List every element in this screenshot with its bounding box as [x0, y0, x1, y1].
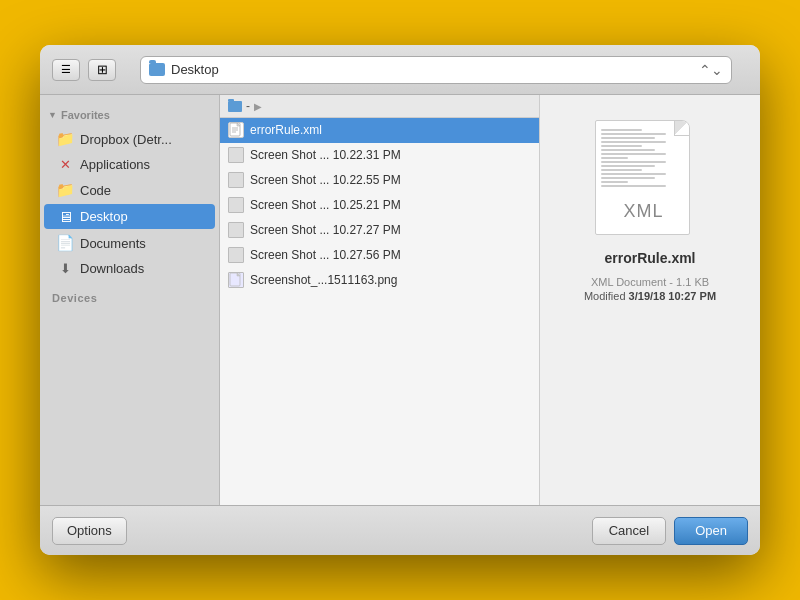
open-button[interactable]: Open [674, 517, 748, 545]
file-list-header: - ▶ [220, 95, 539, 118]
location-arrows[interactable]: ⌃⌄ [699, 62, 723, 78]
grid-view-button[interactable]: ⊞ [88, 59, 116, 81]
location-folder-icon [149, 63, 165, 76]
xml-line-2 [601, 133, 666, 135]
preview-type: XML Document - 1.1 KB [584, 276, 716, 288]
file-item-shot1[interactable]: Screen Shot ... 10.22.31 PM [220, 143, 539, 168]
downloads-icon: ⬇ [56, 261, 74, 276]
xml-file-icon [228, 122, 244, 138]
modified-value: 3/19/18 10:27 PM [629, 290, 716, 302]
xml-line-15 [601, 185, 666, 187]
file-item-shot5[interactable]: Screen Shot ... 10.27.56 PM [220, 243, 539, 268]
screenshot-icon-3 [228, 197, 244, 213]
xml-line-5 [601, 145, 642, 147]
xml-line-7 [601, 153, 666, 155]
file-item-shot1-name: Screen Shot ... 10.22.31 PM [250, 148, 401, 162]
header-folder-name: - [246, 99, 250, 113]
action-buttons: Cancel Open [592, 517, 748, 545]
devices-label: Devices [40, 288, 219, 306]
sidebar-item-desktop[interactable]: 🖥 Desktop [44, 204, 215, 229]
sidebar-item-applications[interactable]: ✕ Applications [44, 153, 215, 176]
xml-line-4 [601, 141, 666, 143]
xml-line-9 [601, 161, 666, 163]
file-item-shot5-name: Screen Shot ... 10.27.56 PM [250, 248, 401, 262]
png-file-icon [228, 272, 244, 288]
xml-doc-body: XML [595, 120, 690, 235]
xml-doc-fold [674, 121, 689, 136]
file-item-png1[interactable]: Screenshot_...1511163.png [220, 268, 539, 293]
favorites-header: ▼ Favorites [40, 103, 219, 125]
file-item-shot4-name: Screen Shot ... 10.27.27 PM [250, 223, 401, 237]
favorites-triangle: ▼ [48, 110, 57, 120]
code-icon: 📁 [56, 181, 74, 199]
xml-line-11 [601, 169, 642, 171]
preview-area: XML errorRule.xml XML Document - 1.1 KB … [540, 95, 760, 505]
xml-line-12 [601, 173, 666, 175]
sidebar-item-documents-label: Documents [80, 236, 146, 251]
documents-icon: 📄 [56, 234, 74, 252]
sidebar-item-dropbox-label: Dropbox (Detr... [80, 132, 172, 147]
file-item-shot4[interactable]: Screen Shot ... 10.27.27 PM [220, 218, 539, 243]
sidebar-item-applications-label: Applications [80, 157, 150, 172]
toolbar: ☰ ⊞ Desktop ⌃⌄ [40, 45, 760, 95]
xml-line-13 [601, 177, 655, 179]
location-bar: Desktop ⌃⌄ [140, 56, 732, 84]
applications-icon: ✕ [56, 157, 74, 172]
sidebar-item-downloads-label: Downloads [80, 261, 144, 276]
preview-modified: Modified 3/19/18 10:27 PM [584, 290, 716, 302]
file-item-shot3[interactable]: Screen Shot ... 10.25.21 PM [220, 193, 539, 218]
favorites-label: Favorites [61, 109, 110, 121]
devices-section: Devices [40, 288, 219, 306]
header-chevron: ▶ [254, 101, 262, 112]
sidebar-item-documents[interactable]: 📄 Documents [44, 230, 215, 256]
screenshot-icon-4 [228, 222, 244, 238]
preview-meta: XML Document - 1.1 KB Modified 3/19/18 1… [584, 276, 716, 302]
cancel-button[interactable]: Cancel [592, 517, 666, 545]
xml-line-3 [601, 137, 655, 139]
content-area: ▼ Favorites 📁 Dropbox (Detr... ✕ Applica… [40, 95, 760, 505]
xml-line-10 [601, 165, 655, 167]
xml-line-1 [601, 129, 642, 131]
file-item-png1-name: Screenshot_...1511163.png [250, 273, 397, 287]
screenshot-icon-5 [228, 247, 244, 263]
sidebar-item-code-label: Code [80, 183, 111, 198]
sidebar-item-downloads[interactable]: ⬇ Downloads [44, 257, 215, 280]
bottom-bar: Options Cancel Open [40, 505, 760, 555]
screenshot-icon-1 [228, 147, 244, 163]
file-item-shot3-name: Screen Shot ... 10.25.21 PM [250, 198, 401, 212]
file-item-shot2[interactable]: Screen Shot ... 10.22.55 PM [220, 168, 539, 193]
sidebar-item-dropbox[interactable]: 📁 Dropbox (Detr... [44, 126, 215, 152]
xml-preview-icon: XML [595, 115, 705, 235]
dropbox-icon: 📁 [56, 130, 74, 148]
file-item-shot2-name: Screen Shot ... 10.22.55 PM [250, 173, 401, 187]
options-button[interactable]: Options [52, 517, 127, 545]
desktop-icon: 🖥 [56, 208, 74, 225]
xml-line-8 [601, 157, 628, 159]
file-item-errorrule-name: errorRule.xml [250, 123, 322, 137]
header-folder-icon [228, 101, 242, 112]
file-item-errorrule[interactable]: errorRule.xml [220, 118, 539, 143]
file-list-area: - ▶ errorRule.xml Screen Shot .. [220, 95, 540, 505]
xml-badge-text: XML [596, 201, 690, 222]
file-open-dialog: ☰ ⊞ Desktop ⌃⌄ ▼ Favorites 📁 Dropbox (De… [40, 45, 760, 555]
sidebar: ▼ Favorites 📁 Dropbox (Detr... ✕ Applica… [40, 95, 220, 505]
sidebar-item-desktop-label: Desktop [80, 209, 128, 224]
xml-line-6 [601, 149, 655, 151]
list-view-button[interactable]: ☰ [52, 59, 80, 81]
screenshot-icon-2 [228, 172, 244, 188]
location-text: Desktop [171, 62, 693, 77]
modified-label: Modified [584, 290, 626, 302]
preview-filename: errorRule.xml [604, 250, 695, 266]
sidebar-item-code[interactable]: 📁 Code [44, 177, 215, 203]
xml-line-14 [601, 181, 628, 183]
